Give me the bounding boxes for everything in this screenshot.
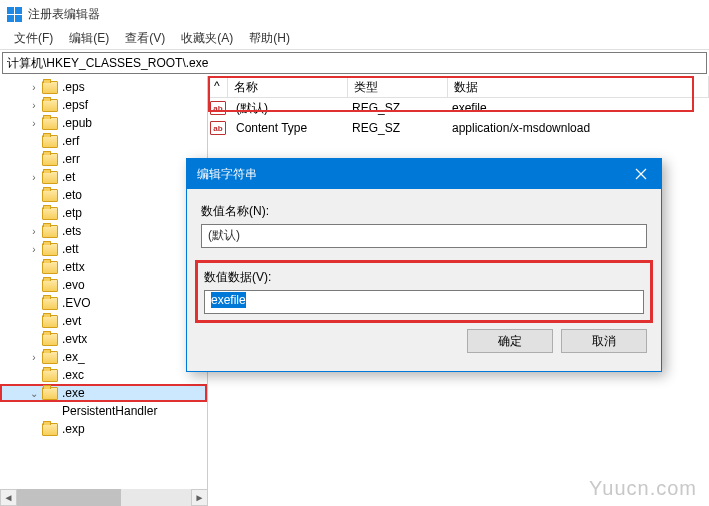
name-field-group: 数值名称(N): (默认) [201,203,647,248]
tree-item-etp[interactable]: .etp [0,204,207,222]
folder-icon [42,153,58,166]
data-label: 数值数据(V): [204,269,644,286]
tree-label: .evt [62,314,81,328]
tree-item-epub[interactable]: ›.epub [0,114,207,132]
expand-icon[interactable]: › [28,118,40,129]
folder-icon [42,171,58,184]
folder-icon [42,351,58,364]
tree-label: PersistentHandler [62,404,157,418]
tree-item-evo[interactable]: .evo [0,276,207,294]
folder-icon [42,207,58,220]
close-icon[interactable] [621,159,661,189]
cancel-button[interactable]: 取消 [561,329,647,353]
tree-label: .err [62,152,80,166]
tree-item-exc[interactable]: .exc [0,366,207,384]
tree-item-exe[interactable]: ⌄.exe [0,384,207,402]
folder-icon [42,297,58,310]
tree-item-erf[interactable]: .erf [0,132,207,150]
folder-icon [42,135,58,148]
name-label: 数值名称(N): [201,203,647,220]
tree-label: .exe [62,386,85,400]
tree-item-evtx[interactable]: .evtx [0,330,207,348]
folder-icon [42,315,58,328]
h-scrollbar[interactable]: ◄ ► [0,489,208,506]
expand-icon[interactable]: › [28,100,40,111]
menu-view[interactable]: 查看(V) [117,28,173,49]
tree-label: .eto [62,188,82,202]
expand-icon[interactable]: › [28,352,40,363]
tree-label: .eps [62,80,85,94]
expand-icon[interactable]: › [28,226,40,237]
tree-item-ettx[interactable]: .ettx [0,258,207,276]
tree-label: .et [62,170,75,184]
app-icon [6,6,22,22]
folder-icon [42,81,58,94]
tree-item-err[interactable]: .err [0,150,207,168]
cell-name: Content Type [230,119,346,137]
folder-icon [42,117,58,130]
folder-icon [42,423,58,436]
name-input[interactable]: (默认) [201,224,647,248]
folder-icon [42,243,58,256]
menu-edit[interactable]: 编辑(E) [61,28,117,49]
ok-button[interactable]: 确定 [467,329,553,353]
dialog-titlebar[interactable]: 编辑字符串 [187,159,661,189]
tree-label: .erf [62,134,79,148]
data-input[interactable]: exefile [204,290,644,314]
dialog-buttons: 确定 取消 [201,329,647,357]
tree-label: .epsf [62,98,88,112]
tree-label: .exp [62,422,85,436]
tree-panel: ›.eps›.epsf›.epub.erf.err›.et.eto.etp›.e… [0,76,208,506]
tree-label: .evtx [62,332,87,346]
tree-label: .evo [62,278,85,292]
folder-icon [42,225,58,238]
folder-icon [42,369,58,382]
address-bar[interactable]: 计算机\HKEY_CLASSES_ROOT\.exe [2,52,707,74]
expand-icon[interactable]: ⌄ [28,388,40,399]
folder-icon [42,99,58,112]
tree-item-exp[interactable]: .exp [0,420,207,438]
tree-label: .etp [62,206,82,220]
tree-item-PersistentHandler[interactable]: PersistentHandler [0,402,207,420]
row-highlight [208,76,694,112]
scroll-left-button[interactable]: ◄ [0,489,17,506]
cell-type: REG_SZ [346,119,446,137]
data-field-highlight: 数值数据(V): exefile [195,260,653,323]
address-text: 计算机\HKEY_CLASSES_ROOT\.exe [7,55,208,72]
expand-icon[interactable]: › [28,244,40,255]
scroll-right-button[interactable]: ► [191,489,208,506]
menu-help[interactable]: 帮助(H) [241,28,298,49]
tree-item-ets[interactable]: ›.ets [0,222,207,240]
tree-item-ett[interactable]: ›.ett [0,240,207,258]
tree-item-eto[interactable]: .eto [0,186,207,204]
tree-item-evt[interactable]: .evt [0,312,207,330]
watermark: Yuucn.com [589,477,697,500]
tree-item-EVO[interactable]: .EVO [0,294,207,312]
expand-icon[interactable]: › [28,82,40,93]
edit-string-dialog: 编辑字符串 数值名称(N): (默认) 数值数据(V): exefile 确定 … [186,158,662,372]
menu-file[interactable]: 文件(F) [6,28,61,49]
cell-data: application/x-msdownload [446,119,709,137]
tree-label: .ets [62,224,81,238]
tree-label: .ex_ [62,350,85,364]
list-row[interactable]: abContent TypeREG_SZapplication/x-msdown… [208,118,709,138]
string-value-icon: ab [210,121,226,135]
folder-icon [42,279,58,292]
folder-icon [42,387,58,400]
expand-icon[interactable]: › [28,172,40,183]
tree-item-ex_[interactable]: ›.ex_ [0,348,207,366]
scroll-track[interactable] [17,489,191,506]
tree-label: .ett [62,242,79,256]
tree-item-eps[interactable]: ›.eps [0,78,207,96]
tree-label: .exc [62,368,84,382]
folder-icon [42,189,58,202]
tree-item-et[interactable]: ›.et [0,168,207,186]
menu-bar: 文件(F) 编辑(E) 查看(V) 收藏夹(A) 帮助(H) [0,28,709,50]
menu-favorites[interactable]: 收藏夹(A) [173,28,241,49]
dialog-title-text: 编辑字符串 [197,166,257,183]
scroll-thumb[interactable] [17,489,121,506]
tree-item-epsf[interactable]: ›.epsf [0,96,207,114]
folder-icon [42,333,58,346]
title-bar: 注册表编辑器 [0,0,709,28]
tree-label: .epub [62,116,92,130]
